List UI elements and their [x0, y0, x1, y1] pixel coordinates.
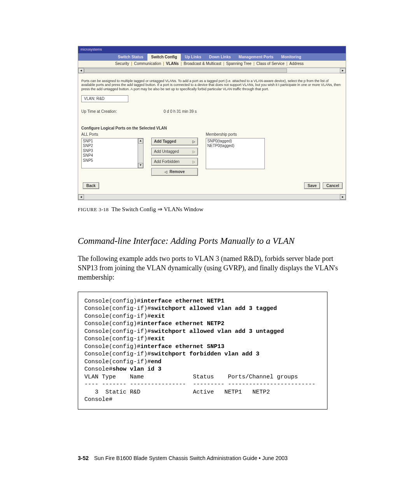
figure-caption: FIGURE 3-18 The Switch Config ⇒ VLANs Wi… [78, 206, 346, 213]
membership-listbox[interactable]: SNP0(tagged) NETP0(tagged) [206, 138, 265, 169]
subtab-security[interactable]: Security [114, 61, 130, 66]
scroll-right-icon[interactable]: ► [340, 68, 346, 73]
titlebar-text: microsystems [80, 47, 102, 52]
secondary-tabs: Security| Communication| VLANs| Broadcas… [78, 61, 346, 68]
subtab-broadcast[interactable]: Broadcast & Multicast [182, 61, 222, 66]
list-item[interactable]: SNP2 [83, 144, 137, 149]
all-ports-label: ALL Ports [81, 132, 144, 137]
list-item[interactable]: NETP0(tagged) [207, 144, 263, 149]
scroll-left-icon[interactable]: ◄ [78, 68, 84, 73]
body-paragraph: The following example adds two ports to … [78, 254, 338, 282]
window-titlebar: microsystems [78, 46, 346, 53]
all-ports-listbox[interactable]: SNP1 SNP2 SNP3 SNP4 SNP5 ▲ ▼ [81, 138, 144, 168]
vlan-config-screenshot: microsystems Switch Status Switch Config… [78, 46, 346, 200]
uptime-value: 0 d 0 h 31 min 39 s [164, 109, 197, 114]
list-item[interactable]: SNP0(tagged) [207, 139, 263, 144]
horizontal-scrollbar[interactable]: ◄ ► [78, 68, 346, 74]
list-item[interactable]: SNP1 [83, 139, 137, 144]
vlan-name-box: VLAN: R&D [81, 95, 128, 103]
scroll-thumb[interactable] [84, 68, 287, 73]
figure-caption-text: The Switch Config ⇒ VLANs Window [112, 206, 203, 212]
tab-monitoring[interactable]: Monitoring [277, 54, 305, 61]
scroll-left-icon[interactable]: ◄ [78, 194, 84, 200]
back-button[interactable]: Back [83, 182, 99, 189]
vertical-scrollbar[interactable]: ▲ ▼ [138, 138, 143, 168]
footer-text: Sun Fire B1600 Blade System Chassis Swit… [94, 455, 288, 461]
membership-label: Membership ports [206, 132, 265, 137]
remove-button[interactable]: Remove [151, 168, 198, 176]
add-untagged-button[interactable]: Add Untagged [151, 148, 198, 156]
section-heading: Configure Logical Ports on the Selected … [81, 126, 343, 131]
subtab-spanning-tree[interactable]: Spanning Tree [225, 61, 253, 66]
primary-tabs: Switch Status Switch Config Up Links Dow… [78, 53, 346, 61]
uptime-label: Up Time at Creation: [81, 109, 117, 114]
section-title: Command-line Interface: Adding Ports Man… [78, 236, 346, 246]
tab-up-links[interactable]: Up Links [181, 54, 205, 61]
cancel-button[interactable]: Cancel [323, 182, 343, 189]
add-tagged-button[interactable]: Add Tagged [151, 138, 198, 145]
list-item[interactable]: SNP3 [83, 149, 137, 154]
description-text: Ports can be assigned to multiple tagged… [81, 79, 343, 91]
subtab-address[interactable]: Address [288, 61, 305, 66]
list-item[interactable]: SNP5 [83, 158, 137, 163]
page-number: 3-52 [78, 455, 89, 461]
tab-switch-config[interactable]: Switch Config [147, 54, 181, 61]
add-forbidden-button[interactable]: Add Forbidden [151, 158, 198, 166]
scroll-right-icon[interactable]: ► [340, 194, 346, 200]
scroll-up-icon[interactable]: ▲ [138, 138, 143, 144]
figure-number: FIGURE 3-18 [78, 206, 109, 212]
page-footer: 3-52Sun Fire B1600 Blade System Chassis … [78, 455, 288, 461]
subtab-vlans[interactable]: VLANs [165, 61, 180, 66]
tab-switch-status[interactable]: Switch Status [114, 54, 147, 61]
scroll-down-icon[interactable]: ▼ [138, 163, 143, 168]
cli-example: Console(config)#interface ethernet NETP1… [78, 292, 327, 410]
subtab-cos[interactable]: Class of Service [255, 61, 285, 66]
tab-down-links[interactable]: Down Links [205, 54, 234, 61]
subtab-communication[interactable]: Communication [133, 61, 162, 66]
tab-management-ports[interactable]: Management Ports [235, 54, 277, 61]
horizontal-scrollbar-bottom[interactable]: ◄ ► [78, 194, 346, 200]
list-item[interactable]: SNP4 [83, 153, 137, 158]
save-button[interactable]: Save [304, 182, 320, 189]
